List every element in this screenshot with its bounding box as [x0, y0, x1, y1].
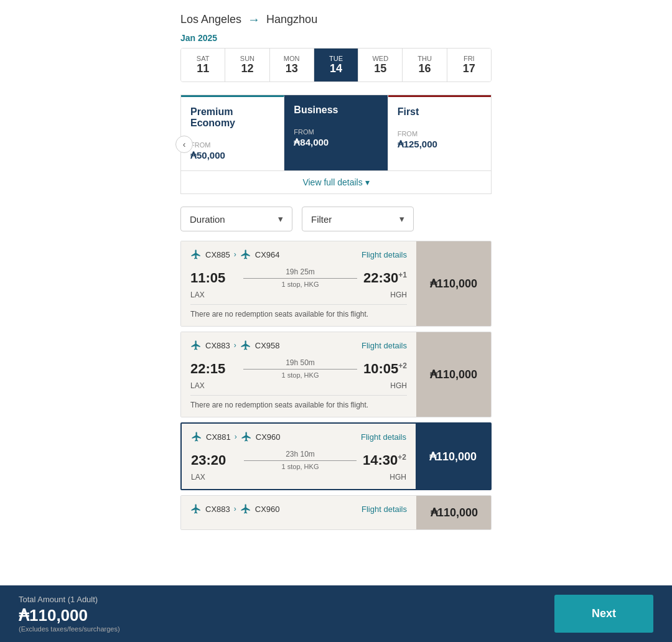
- arrive-airport: HGH: [390, 381, 407, 390]
- bottom-bar: Total Amount (1 Adult) ₳110,000 (Exclude…: [0, 585, 672, 642]
- date-tab-14[interactable]: TUE14: [314, 49, 358, 81]
- stop-text: 1 stop, HKG: [282, 463, 319, 470]
- depart-airport: LAX: [191, 473, 205, 482]
- flight-price-box: ₳110,000: [416, 496, 491, 529]
- total-amount: ₳110,000: [19, 606, 120, 625]
- duration-dropdown[interactable]: Duration ▾: [180, 207, 292, 231]
- flight-main: CX885 › CX964 Flight details 11:05 19h 2…: [181, 241, 416, 326]
- flight-details-link[interactable]: Flight details: [362, 250, 407, 259]
- flight-price-box: ₳110,000: [416, 424, 490, 489]
- arrive-time: 22:30+1: [363, 270, 407, 286]
- date-tab-11[interactable]: SAT11: [181, 49, 225, 81]
- depart-airport: LAX: [190, 291, 205, 299]
- arrive-time: 14:30+2: [363, 452, 406, 468]
- total-label: Total Amount (1 Adult): [19, 595, 120, 604]
- calendar-section: Jan 2025 SAT11SUN12MON13TUE14WED15THU16F…: [0, 33, 672, 82]
- flight-line: [244, 460, 357, 461]
- cabin-section: ‹ Premium Economy FROM ₳50,000 Business …: [0, 95, 672, 194]
- flight-details-link[interactable]: Flight details: [361, 432, 406, 442]
- total-note: (Excludes taxes/fees/surcharges): [19, 625, 120, 633]
- no-seats-message: There are no redemption seats available …: [190, 304, 407, 319]
- depart-time: 23:20: [191, 452, 238, 468]
- no-seats-message: There are no redemption seats available …: [190, 395, 407, 409]
- flight-details-link[interactable]: Flight details: [362, 505, 407, 514]
- date-tab-17[interactable]: FRI17: [447, 49, 491, 81]
- filter-dropdown[interactable]: Filter ▾: [302, 207, 414, 231]
- duration-label: Duration: [190, 214, 225, 225]
- date-tabs: SAT11SUN12MON13TUE14WED15THU16FRI17: [180, 48, 492, 82]
- flight-main: CX883 › CX958 Flight details 22:15 19h 5…: [181, 332, 416, 417]
- depart-time: 22:15: [190, 361, 237, 377]
- filters-row: Duration ▾ Filter ▾: [0, 207, 672, 231]
- prev-cabin-button[interactable]: ‹: [175, 136, 193, 153]
- route-arrow-icon: →: [248, 12, 260, 27]
- date-tab-13[interactable]: MON13: [270, 49, 314, 81]
- date-tab-15[interactable]: WED15: [358, 49, 403, 81]
- date-tab-12[interactable]: SUN12: [225, 49, 269, 81]
- flight-card-2[interactable]: CX881 › CX960 Flight details 23:20 23h 1…: [180, 422, 492, 490]
- stop-text: 1 stop, HKG: [282, 281, 319, 288]
- next-button[interactable]: Next: [554, 595, 653, 633]
- flights-section: CX885 › CX964 Flight details 11:05 19h 2…: [0, 241, 672, 530]
- arrive-airport: HGH: [390, 291, 407, 299]
- flight-line: [243, 369, 357, 370]
- flight-card-1[interactable]: CX883 › CX958 Flight details 22:15 19h 5…: [180, 332, 492, 417]
- duration-text: 19h 50m: [286, 358, 315, 367]
- stop-text: 1 stop, HKG: [282, 371, 319, 379]
- flight-line: [243, 278, 357, 279]
- depart-airport: LAX: [190, 381, 205, 390]
- origin-label: Los Angeles: [180, 13, 241, 26]
- filter-label: Filter: [311, 214, 332, 225]
- view-full-details-link[interactable]: View full details ▾: [180, 171, 492, 194]
- duration-arrow-icon: ▾: [278, 213, 283, 225]
- duration-text: 19h 25m: [286, 268, 315, 276]
- month-label: Jan 2025: [180, 33, 492, 43]
- depart-time: 11:05: [190, 270, 237, 286]
- filter-arrow-icon: ▾: [399, 213, 404, 225]
- arrive-time: 10:05+2: [363, 361, 407, 376]
- flight-card-3[interactable]: CX883 › CX960 Flight details ₳110,000: [180, 495, 492, 530]
- flight-price-box: ₳110,000: [416, 241, 491, 326]
- duration-text: 23h 10m: [286, 450, 315, 458]
- cabin-cards: Premium Economy FROM ₳50,000 Business FR…: [180, 95, 492, 171]
- destination-label: Hangzhou: [266, 13, 317, 26]
- cabin-card-premium-economy[interactable]: Premium Economy FROM ₳50,000: [181, 95, 284, 170]
- flight-details-link[interactable]: Flight details: [362, 341, 407, 350]
- total-info: Total Amount (1 Adult) ₳110,000 (Exclude…: [19, 595, 120, 633]
- cabin-card-first[interactable]: First FROM ₳125,000: [388, 95, 491, 170]
- arrive-airport: HGH: [390, 473, 406, 482]
- cabin-card-business[interactable]: Business FROM ₳84,000: [284, 95, 388, 170]
- flight-card-0[interactable]: CX885 › CX964 Flight details 11:05 19h 2…: [180, 241, 492, 327]
- flight-main: CX883 › CX960 Flight details: [181, 496, 416, 529]
- date-tab-16[interactable]: THU16: [403, 49, 447, 81]
- flight-main: CX881 › CX960 Flight details 23:20 23h 1…: [182, 424, 416, 489]
- route-header: Los Angeles → Hangzhou: [0, 0, 672, 33]
- flight-price-box: ₳110,000: [416, 332, 491, 417]
